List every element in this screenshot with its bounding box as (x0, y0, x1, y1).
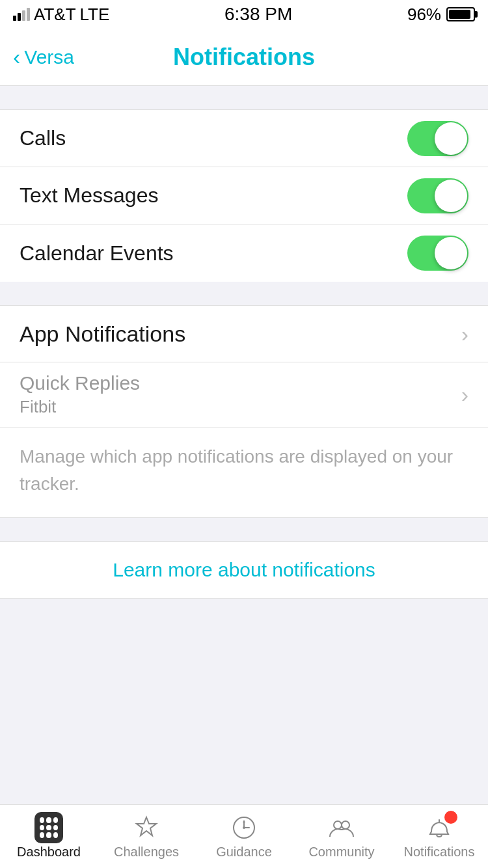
learn-more-link[interactable]: Learn more about notifications (113, 559, 375, 581)
tab-community[interactable]: Community (293, 805, 390, 868)
tab-challenges-label: Challenges (114, 845, 179, 860)
back-label: Versa (24, 46, 74, 68)
tab-bar: Dashboard Challenges Guidance (0, 804, 488, 868)
section-spacer-1 (0, 86, 488, 109)
challenges-icon (132, 813, 161, 842)
carrier-label: AT&T (34, 5, 76, 25)
quick-replies-row[interactable]: Quick Replies Fitbit › (0, 362, 488, 427)
tab-guidance-label: Guidance (216, 845, 272, 860)
status-bar: AT&T LTE 6:38 PM 96% (0, 0, 488, 29)
text-messages-toggle-thumb (435, 180, 467, 212)
calls-row: Calls (0, 110, 488, 167)
tab-notifications[interactable]: Notifications (390, 805, 488, 868)
nav-bar: ‹ Versa Notifications (0, 29, 488, 86)
signal-icon (13, 8, 30, 21)
text-messages-toggle[interactable] (407, 178, 468, 213)
app-notifications-label: App Notifications (20, 321, 185, 347)
app-notifications-chevron-icon: › (461, 321, 468, 347)
calls-label: Calls (20, 126, 66, 150)
calendar-events-label: Calendar Events (20, 241, 174, 265)
quick-replies-title: Quick Replies (20, 372, 140, 394)
svg-point-2 (334, 821, 342, 829)
dashboard-icon (34, 813, 63, 842)
section-spacer-3 (0, 518, 488, 541)
page-title: Notifications (173, 44, 315, 71)
text-messages-label: Text Messages (20, 183, 158, 208)
status-left: AT&T LTE (13, 5, 109, 25)
calendar-events-toggle-thumb (435, 237, 467, 269)
learn-more-section[interactable]: Learn more about notifications (0, 541, 488, 599)
description-section: Manage which app notifications are displ… (0, 427, 488, 518)
notification-toggles-list: Calls Text Messages Calendar Events (0, 109, 488, 282)
section-spacer-2 (0, 282, 488, 305)
description-text: Manage which app notifications are displ… (20, 443, 468, 498)
svg-point-3 (342, 821, 349, 829)
network-label: LTE (80, 5, 110, 25)
tab-dashboard-label: Dashboard (17, 845, 81, 860)
status-right: 96% (407, 5, 475, 25)
notification-badge (443, 809, 459, 825)
guidance-icon (230, 813, 258, 842)
dashboard-grid-icon (34, 812, 63, 843)
tab-challenges[interactable]: Challenges (98, 805, 195, 868)
calendar-events-toggle[interactable] (407, 236, 468, 271)
notifications-icon (425, 813, 454, 842)
tab-guidance[interactable]: Guidance (195, 805, 293, 868)
time-label: 6:38 PM (224, 4, 292, 25)
calls-toggle[interactable] (407, 121, 468, 156)
calls-toggle-thumb (435, 122, 467, 155)
app-notifications-row[interactable]: App Notifications › (0, 305, 488, 362)
tab-dashboard[interactable]: Dashboard (0, 805, 98, 868)
quick-replies-subtitle: Fitbit (20, 397, 140, 417)
back-chevron-icon: ‹ (13, 46, 20, 68)
community-icon (327, 813, 356, 842)
battery-icon (446, 7, 475, 21)
battery-fill (449, 10, 470, 19)
quick-replies-content: Quick Replies Fitbit (20, 372, 140, 417)
text-messages-row: Text Messages (0, 167, 488, 224)
quick-replies-chevron-icon: › (461, 382, 468, 407)
battery-percent: 96% (407, 5, 441, 25)
tab-notifications-label: Notifications (404, 845, 475, 860)
back-button[interactable]: ‹ Versa (13, 46, 74, 68)
svg-point-1 (243, 826, 245, 829)
tab-community-label: Community (308, 845, 374, 860)
calendar-events-row: Calendar Events (0, 224, 488, 282)
